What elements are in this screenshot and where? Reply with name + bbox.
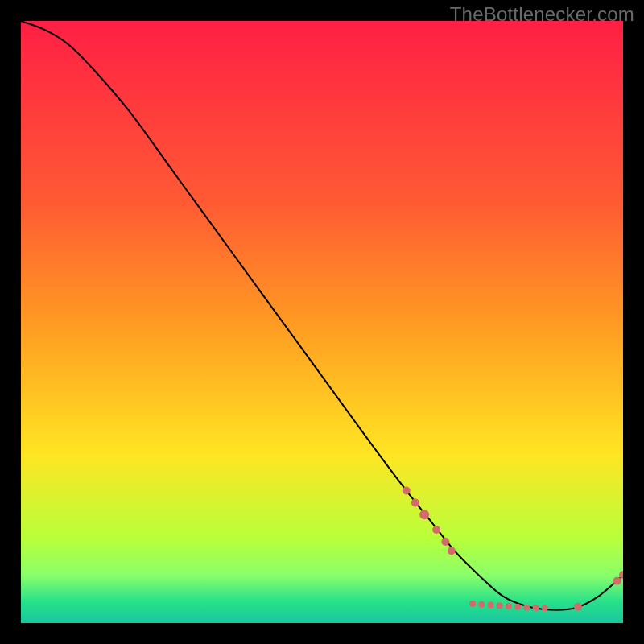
data-point xyxy=(487,602,493,609)
data-point xyxy=(497,602,503,609)
data-point xyxy=(448,547,456,555)
data-point xyxy=(419,510,429,519)
plot-area xyxy=(21,21,623,623)
chart-frame: TheBottlenecker.com xyxy=(0,0,644,644)
data-point xyxy=(542,605,548,611)
data-point xyxy=(533,605,539,611)
data-point xyxy=(441,538,449,546)
data-point xyxy=(523,605,530,611)
data-point xyxy=(411,498,419,506)
data-point xyxy=(478,601,485,608)
data-point xyxy=(514,604,521,610)
bottleneck-chart xyxy=(21,21,623,623)
data-point xyxy=(469,601,476,607)
gradient-background xyxy=(21,21,623,623)
data-point xyxy=(506,603,512,609)
data-point xyxy=(432,526,440,534)
data-point xyxy=(574,603,582,611)
data-point xyxy=(402,486,411,494)
data-point xyxy=(613,577,621,585)
